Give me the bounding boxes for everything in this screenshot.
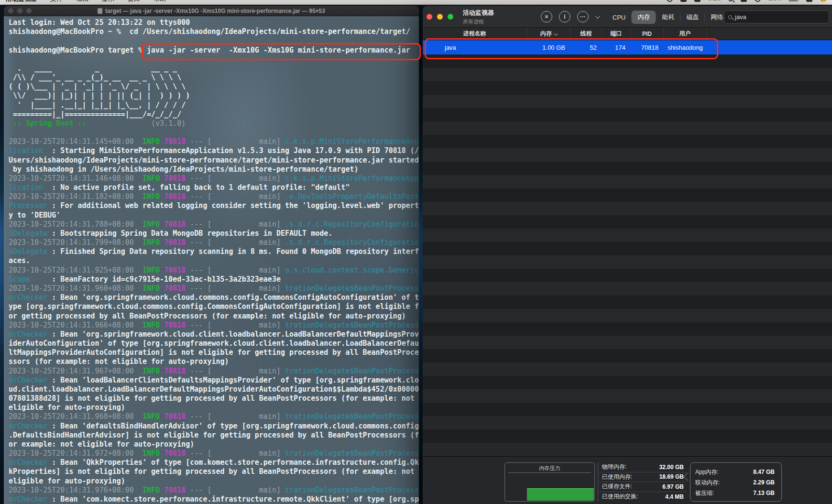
terminal-line: :: Spring Boot :: (v3.1.0) (9, 119, 419, 128)
terminal-line: 07801388d28] is not eligible for getting… (9, 394, 419, 403)
tab-能耗[interactable]: 能耗 (656, 11, 680, 24)
empty-row (423, 229, 832, 242)
stat-label: 已使用的交换: (602, 493, 638, 501)
menu-edit[interactable]: 编辑 (76, 0, 88, 3)
terminal-line: nDelegate : Finished Spring Data reposit… (9, 247, 419, 256)
terminal-line: 2023-10-25T20:14:31.967+08:00 INFO 70818… (9, 367, 419, 376)
memory-pressure-label: 内存压力 (508, 463, 591, 473)
stat-value: 4.4 MB (665, 493, 684, 500)
tab-磁盘[interactable]: 磁盘 (680, 11, 704, 24)
volume-icon[interactable] (755, 0, 761, 2)
memory-footer-panel: 内存压力 物理内存:32.00 GB已使用内存:18.69 GB已缓存文件:6.… (423, 456, 832, 504)
empty-row (423, 215, 832, 229)
resource-tabs: CPU内存能耗磁盘网络 (607, 11, 729, 24)
terminal-line: =========|_|==============|___/=/_/_/_/ (9, 110, 419, 119)
menu-window[interactable]: 窗口 (128, 0, 140, 3)
battery-icon[interactable] (788, 0, 799, 1)
menu-bar: 活动监视器 文件 编辑 显示 窗口 帮助 0KB/s 100% (0, 0, 832, 5)
status-app-icon[interactable] (680, 0, 687, 2)
empty-row (423, 416, 832, 429)
menu-file[interactable]: 文件 (50, 0, 63, 3)
inspect-process-button[interactable]: i (559, 11, 570, 22)
more-options-button[interactable]: ··· (577, 11, 589, 22)
empty-row (423, 135, 832, 148)
menu-help[interactable]: 帮助 (153, 0, 166, 3)
close-button[interactable] (427, 14, 432, 20)
menu-view[interactable]: 显示 (102, 0, 114, 3)
terminal-line: 2023-10-25T20:14:31.182+08:00 INFO 70818… (9, 192, 419, 201)
terminal-line: ( ( )\___ | '_ | '_| | '_ \/ _` | \ \ \ … (9, 82, 419, 91)
stat-label: 物理内存: (602, 463, 626, 471)
menu-status-area: 0KB/s 100% (667, 0, 826, 2)
terminal-line: ltMappingsProviderAutoConfiguration] is … (9, 348, 419, 357)
terminal-line: 2023-10-25T20:14:31.925+08:00 INFO 70818… (9, 266, 419, 275)
tab-CPU[interactable]: CPU (607, 11, 631, 23)
sort-chevron-icon (554, 32, 558, 35)
status-app-icon[interactable] (741, 0, 747, 2)
empty-row (423, 148, 832, 162)
minimize-button[interactable] (437, 14, 443, 20)
empty-row (423, 376, 832, 389)
app-menus: 活动监视器 文件 编辑 显示 窗口 帮助 (6, 0, 166, 3)
terminal-titlebar[interactable]: target — java -jar -server -Xmx10G -Xms1… (4, 6, 419, 16)
status-app-icon[interactable] (694, 0, 701, 2)
empty-row (423, 349, 832, 362)
terminal-title: target — java -jar -server -Xmx10G -Xms1… (4, 8, 419, 14)
empty-row (423, 202, 832, 215)
memory-breakdown-box: App内存:8.47 GB联动内存:2.29 GB被压缩:7.13 GB (690, 462, 782, 502)
terminal-line: ype [org.springframework.cloud.commons.c… (9, 302, 419, 311)
terminal-line: lication : No active profile set, fallin… (9, 183, 419, 192)
terminal-window[interactable]: target — java -jar -server -Xmx10G -Xms1… (4, 6, 419, 504)
stat-row: App内存:8.47 GB (690, 467, 781, 477)
spotlight-icon[interactable] (728, 0, 733, 1)
stat-value: 2.29 GB (753, 479, 775, 486)
battery-percent: 100% (768, 0, 781, 1)
empty-row (423, 121, 832, 135)
document-icon (98, 8, 102, 14)
empty-row (423, 162, 832, 175)
terminal-line: aces. (9, 256, 419, 265)
stat-value: 8.47 GB (753, 469, 775, 475)
menu-app-name[interactable]: 活动监视器 (6, 0, 37, 3)
terminal-line: or getting processed by all BeanPostProc… (9, 312, 419, 321)
terminal-body[interactable]: Last login: Wed Oct 25 20:13:22 on ttys0… (4, 16, 419, 504)
terminal-line: orChecker : Bean 'org.springframework.cl… (9, 330, 419, 339)
terminal-line: shishaodong@MacBookPro ~ % cd /Users/shi… (9, 27, 419, 36)
terminal-line: 2023-10-25T20:14:31.146+08:00 INFO 70818… (9, 174, 419, 183)
stat-value: 32.00 GB (659, 464, 684, 471)
activity-monitor-window[interactable]: 活动监视器 所有进程 × i ··· CPU内存能耗磁盘网络 java 进程名称… (423, 6, 832, 504)
window-subtitle: 所有进程 (463, 18, 494, 25)
quit-process-button[interactable]: × (541, 11, 552, 22)
terminal-line: by shishaodong in /Users/shishaodong/Ide… (9, 165, 419, 174)
terminal-line: 2023-10-25T20:14:31.976+08:00 INFO 70818… (9, 486, 419, 495)
terminal-line: eligible for auto-proxying) (9, 403, 419, 412)
memory-pressure-graph (527, 488, 594, 501)
stat-row: 被压缩:7.13 GB (690, 488, 781, 498)
empty-row (423, 242, 832, 255)
window-title-block: 活动监视器 所有进程 (463, 9, 494, 25)
browser-icon[interactable] (820, 0, 826, 2)
terminal-line: Users/shishaodong/IdeaProjects/mini-stor… (9, 156, 419, 165)
empty-table-rows (423, 55, 832, 456)
terminal-line: orChecker : Bean 'com.komect.store.perfo… (9, 495, 419, 504)
terminal-line: 2023-10-25T20:14:31.968+08:00 INFO 70818… (9, 412, 419, 421)
empty-row (423, 108, 832, 121)
terminal-line: orChecker : Bean 'org.springframework.cl… (9, 293, 419, 302)
net-speed-indicator[interactable]: 0KB/s (708, 0, 721, 1)
chevron-down-icon[interactable] (595, 14, 600, 19)
empty-row (423, 282, 832, 296)
tab-内存[interactable]: 内存 (632, 11, 656, 24)
zoom-button[interactable] (448, 14, 453, 20)
toolbar-buttons: × i ··· (541, 11, 599, 22)
empty-row (423, 95, 832, 108)
empty-row (423, 362, 832, 376)
empty-row (423, 269, 832, 282)
activity-monitor-titlebar[interactable]: 活动监视器 所有进程 × i ··· CPU内存能耗磁盘网络 java (423, 6, 832, 28)
search-field[interactable]: java (724, 11, 829, 23)
terminal-line: lication : Starting MiniStorePerformance… (9, 146, 419, 155)
column-header-spacer (707, 28, 832, 40)
status-icon[interactable] (667, 0, 673, 2)
terminal-line: kProperties] is not eligible for getting… (9, 467, 419, 476)
empty-row (423, 68, 832, 81)
status-app-icon[interactable] (806, 0, 812, 2)
